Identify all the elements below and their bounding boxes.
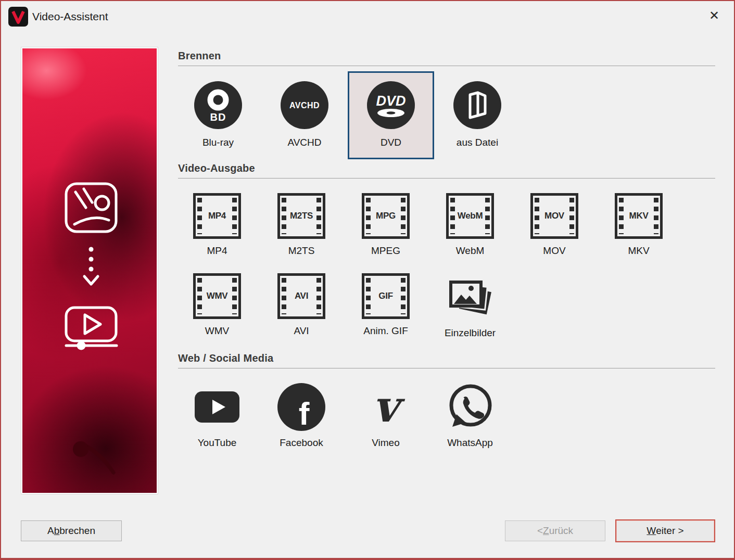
output-option-mpeg[interactable]: MPG MPEG: [344, 193, 428, 257]
film-holes: [535, 198, 539, 234]
output-option-webm[interactable]: WebM WebM: [428, 193, 512, 257]
facebook-icon: f: [277, 383, 325, 431]
output-option-label: MKV: [628, 245, 649, 257]
web-option-facebook[interactable]: f Facebook: [259, 383, 344, 449]
filmstrip-icon: MPG: [362, 193, 410, 239]
app-logo-icon: [8, 7, 28, 27]
film-holes: [485, 198, 490, 234]
next-label-post: eiter >: [656, 525, 683, 537]
output-option-avi[interactable]: AVI AVI: [259, 273, 344, 339]
output-option-wmv[interactable]: WMV WMV: [175, 273, 259, 339]
cancel-label-pre: A: [47, 525, 54, 537]
format-code: GIF: [372, 291, 399, 301]
filmstrip-icon: WMV: [193, 273, 241, 319]
bluray-disc-icon: BD: [194, 81, 242, 129]
output-option-label: Anim. GIF: [363, 325, 408, 337]
output-option-mp4[interactable]: MP4 MP4: [175, 193, 259, 257]
output-option-label: MPEG: [371, 245, 400, 257]
svg-text:v: v: [373, 383, 405, 431]
web-option-whatsapp[interactable]: WhatsApp: [428, 383, 512, 449]
film-holes: [232, 278, 237, 314]
dvd-disc-icon: DVD: [367, 81, 415, 129]
output-option-anim-gif[interactable]: GIF Anim. GIF: [344, 273, 428, 339]
output-option-mkv[interactable]: MKV MKV: [597, 193, 681, 257]
back-label-post: urück: [549, 525, 573, 537]
web-option-label: WhatsApp: [447, 437, 493, 449]
burn-option-avchd[interactable]: AVCHD AVCHD: [261, 71, 348, 159]
back-button[interactable]: < Zurück: [505, 520, 605, 541]
output-option-label: WMV: [205, 325, 229, 337]
web-option-label: YouTube: [198, 437, 237, 449]
main-content: Brennen BD Blu-ray AVCHD AVCHD: [178, 50, 715, 449]
video-player-icon: [66, 308, 117, 346]
back-label-pre: <: [537, 525, 543, 537]
cancel-label-mnemonic: b: [54, 525, 60, 537]
format-code: AVI: [288, 291, 315, 301]
web-option-vimeo[interactable]: v Vimeo: [344, 383, 428, 449]
format-code: M2TS: [288, 211, 315, 221]
format-code: WebM: [457, 211, 484, 221]
back-label-mnemonic: Z: [543, 525, 549, 537]
burn-option-label: DVD: [381, 137, 401, 148]
film-holes: [197, 278, 202, 314]
burn-option-label: AVCHD: [287, 137, 321, 148]
filmstrip-icon: AVI: [277, 273, 325, 319]
avchd-disc-icon: AVCHD: [281, 81, 328, 129]
svg-text:AVCHD: AVCHD: [289, 101, 320, 110]
section-title-brennen: Brennen: [178, 50, 715, 66]
burn-option-label: aus Datei: [457, 137, 498, 148]
filmstrip-icon: M2TS: [277, 193, 325, 239]
web-option-label: Vimeo: [372, 437, 400, 449]
workflow-overlay-icons: [22, 48, 158, 493]
burn-option-bluray[interactable]: BD Blu-ray: [175, 71, 261, 159]
section-title-video-ausgabe: Video-Ausgabe: [178, 162, 715, 179]
burn-option-aus-datei[interactable]: aus Datei: [434, 71, 521, 159]
film-holes: [619, 198, 624, 234]
web-options-row: YouTube f Facebook v Vimeo: [175, 383, 715, 449]
film-holes: [282, 278, 286, 314]
format-code: MP4: [204, 211, 231, 221]
film-holes: [366, 278, 371, 314]
output-option-mov[interactable]: MOV MOV: [512, 193, 597, 257]
film-holes: [282, 198, 286, 234]
output-option-label: MP4: [207, 245, 227, 257]
video-output-row-2: WMV WMV AVI AVI GIF Anim. GI: [175, 273, 715, 339]
format-code: MOV: [541, 211, 568, 221]
youtube-icon: [193, 383, 241, 431]
playhead-dot: [77, 341, 86, 350]
burn-option-dvd[interactable]: DVD DVD: [348, 71, 434, 159]
output-option-einzelbilder[interactable]: Einzelbilder: [428, 273, 512, 339]
film-holes: [366, 198, 371, 234]
arrow-head-icon: [84, 276, 98, 284]
film-holes: [316, 278, 321, 314]
burn-option-label: Blu-ray: [202, 137, 234, 148]
arrow-down-icon: [89, 247, 94, 272]
flower-bud-shape: [73, 441, 113, 473]
film-holes: [401, 198, 405, 234]
whatsapp-icon: [446, 383, 494, 431]
section-title-web-social: Web / Social Media: [178, 352, 715, 368]
output-option-label: Einzelbilder: [445, 327, 496, 339]
web-option-label: Facebook: [280, 437, 323, 449]
film-holes: [197, 198, 202, 234]
film-holes: [450, 198, 455, 234]
filmstrip-icon: WebM: [446, 193, 494, 239]
cancel-button[interactable]: Abbrechen: [21, 520, 122, 541]
output-option-label: WebM: [456, 245, 485, 257]
stacked-images-icon: [446, 273, 494, 321]
film-holes: [401, 278, 405, 314]
svg-text:DVD: DVD: [376, 93, 405, 109]
close-icon[interactable]: ✕: [709, 9, 719, 22]
file-source-icon: [453, 81, 501, 129]
flower-photo: [22, 48, 157, 493]
format-code: MPG: [372, 211, 399, 221]
web-option-youtube[interactable]: YouTube: [175, 383, 259, 449]
svg-text:f: f: [299, 396, 310, 431]
output-option-m2ts[interactable]: M2TS M2TS: [259, 193, 344, 257]
video-output-row-1: MP4 MP4 M2TS M2TS MPG MPEG: [175, 193, 715, 257]
filmstrip-icon: MP4: [193, 193, 241, 239]
output-option-label: M2TS: [288, 245, 315, 257]
filmstrip-icon: MOV: [530, 193, 578, 239]
film-holes: [654, 198, 658, 234]
next-button[interactable]: Weiter >: [615, 519, 715, 542]
